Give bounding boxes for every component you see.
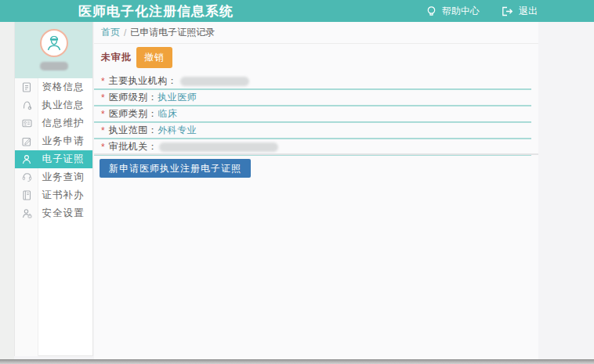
- field-practice-scope: * 执业范围： 外科专业: [94, 123, 531, 139]
- sidebar-item-electronic-certificate[interactable]: 电子证照: [15, 150, 92, 168]
- logout-link[interactable]: 退出: [519, 5, 538, 18]
- sidebar-item-security-settings[interactable]: 安全设置: [15, 204, 92, 222]
- sidebar-item-label: 业务申请: [38, 135, 92, 148]
- certificate-fields: * 主要执业机构： * 医师级别： 执业医师 * 医师类别： 临床 * 执业范围…: [94, 74, 531, 156]
- required-marker: *: [101, 92, 105, 103]
- document-icon: [15, 82, 38, 92]
- sidebar-item-qualification-info[interactable]: 资格信息: [15, 78, 92, 96]
- user-profile-panel: [15, 22, 92, 78]
- record-status-row: 未审批 撤销: [101, 49, 172, 67]
- sidebar-item-label: 信息维护: [38, 117, 92, 130]
- sidebar-item-info-maintenance[interactable]: 信息维护: [15, 114, 92, 132]
- main-content: 首页 / 已申请电子证照记录 未审批 撤销 * 主要执业机构： * 医师级别： …: [94, 22, 594, 360]
- sidebar-item-business-application[interactable]: 业务申请: [15, 132, 92, 150]
- breadcrumb: 首页 / 已申请电子证照记录: [94, 22, 538, 44]
- left-margin-strip: [0, 22, 14, 360]
- top-header-bar: 医师电子化注册信息系统 帮助中心 退出: [0, 0, 594, 22]
- sidebar-item-label: 证书补办: [38, 189, 92, 202]
- section-divider: [94, 153, 538, 155]
- sidebar-item-label: 业务查询: [38, 171, 92, 184]
- sidebar: 资格信息 执业信息: [14, 22, 93, 356]
- notebook-icon: [15, 190, 38, 200]
- help-center-link[interactable]: 帮助中心: [442, 5, 480, 18]
- breadcrumb-separator: /: [124, 27, 126, 38]
- field-label: 主要执业机构：: [109, 74, 178, 88]
- required-marker: *: [101, 142, 105, 153]
- sidebar-item-label: 安全设置: [38, 207, 92, 220]
- page-body: 资格信息 执业信息: [0, 22, 594, 360]
- sidebar-menu: 资格信息 执业信息: [15, 78, 92, 356]
- new-application-button[interactable]: 新申请医师执业注册电子证照: [100, 159, 251, 178]
- window-bottom-edge: [0, 359, 594, 364]
- sidebar-item-practice-info[interactable]: 执业信息: [15, 96, 92, 114]
- person-badge-icon: [15, 154, 38, 164]
- breadcrumb-home-link[interactable]: 首页: [101, 26, 120, 39]
- lightbulb-icon[interactable]: [426, 5, 436, 17]
- field-label: 执业范围：: [109, 124, 158, 137]
- sidebar-item-business-query[interactable]: 业务查询: [15, 168, 92, 186]
- field-physician-category: * 医师类别： 临床: [94, 106, 531, 123]
- field-value: 执业医师: [158, 91, 197, 104]
- sidebar-item-label: 执业信息: [38, 99, 92, 112]
- redacted-value: [180, 77, 249, 86]
- field-physician-level: * 医师级别： 执业医师: [94, 90, 531, 106]
- field-label: 医师类别：: [109, 107, 158, 121]
- sidebar-item-label: 电子证照: [38, 153, 92, 166]
- breadcrumb-current: 已申请电子证照记录: [130, 26, 215, 39]
- redacted-value: [159, 142, 278, 152]
- field-label: 医师级别：: [109, 91, 158, 104]
- avatar[interactable]: [40, 29, 68, 57]
- app-title: 医师电子化注册信息系统: [78, 2, 234, 20]
- required-marker: *: [101, 125, 105, 136]
- content-panel: [94, 22, 538, 360]
- phone-query-icon: [15, 172, 38, 182]
- required-marker: *: [101, 76, 105, 87]
- sidebar-item-label: 资格信息: [38, 81, 92, 94]
- field-main-practice-institution: * 主要执业机构：: [94, 74, 531, 90]
- field-value: 外科专业: [158, 124, 197, 137]
- field-label: 审批机关：: [109, 140, 158, 153]
- logout-icon[interactable]: [502, 6, 513, 16]
- practice-person-icon: [15, 100, 38, 110]
- id-card-icon: [15, 119, 38, 128]
- required-marker: *: [101, 109, 105, 120]
- revoke-button[interactable]: 撤销: [136, 47, 172, 68]
- form-edit-icon: [15, 137, 38, 146]
- field-value: 临床: [158, 107, 177, 121]
- sidebar-item-certificate-reissue[interactable]: 证书补办: [15, 186, 92, 204]
- person-lock-icon: [15, 208, 38, 218]
- status-badge: 未审批: [101, 51, 132, 64]
- redacted-user-name: [40, 62, 68, 70]
- doctor-avatar-icon: [45, 34, 63, 52]
